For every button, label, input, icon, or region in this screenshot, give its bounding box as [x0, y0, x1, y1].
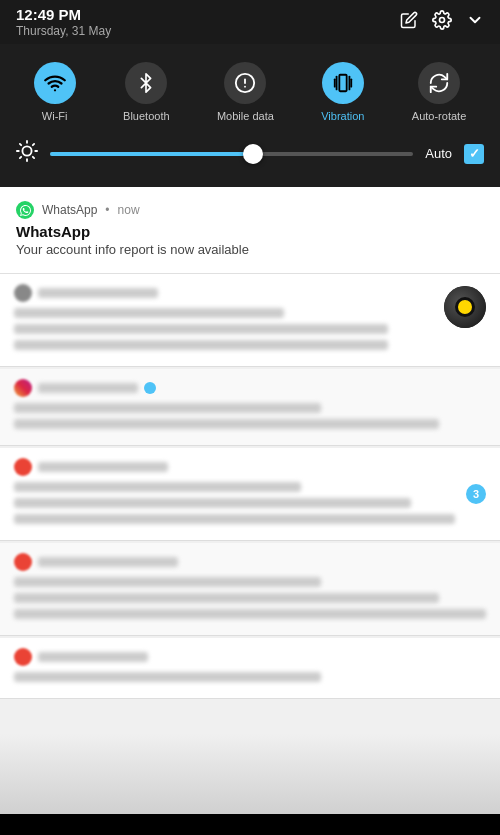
quick-tiles-row: Wi-Fi Bluetooth Mobile data — [0, 54, 500, 130]
notif-body: Your account info report is now availabl… — [16, 242, 484, 257]
tile-vibration-label: Vibration — [321, 110, 364, 122]
blurred-notifications-area: 3 — [0, 274, 500, 814]
vibration-tile-icon — [322, 62, 364, 104]
brightness-icon — [16, 140, 38, 167]
svg-point-0 — [440, 18, 445, 23]
tile-mobile-data-label: Mobile data — [217, 110, 274, 122]
bluetooth-tile-icon — [125, 62, 167, 104]
whatsapp-notification[interactable]: WhatsApp • now WhatsApp Your account inf… — [0, 187, 500, 274]
wifi-tile-icon — [34, 62, 76, 104]
brightness-row: Auto ✓ — [0, 134, 500, 173]
brightness-thumb — [243, 144, 263, 164]
tile-mobile-data[interactable]: Mobile data — [207, 54, 284, 130]
tile-vibration[interactable]: Vibration — [311, 54, 374, 130]
tile-bluetooth-label: Bluetooth — [123, 110, 169, 122]
status-bar: 12:49 PM Thursday, 31 May — [0, 0, 500, 44]
blurred-notif-5[interactable] — [0, 638, 500, 699]
status-date: Thursday, 31 May — [16, 24, 111, 38]
auto-brightness-checkbox[interactable]: ✓ — [464, 144, 484, 164]
auto-label: Auto — [425, 146, 452, 161]
svg-line-17 — [20, 157, 21, 158]
blurred-notif-4[interactable] — [0, 543, 500, 636]
settings-icon[interactable] — [432, 10, 452, 34]
edit-icon — [400, 11, 418, 33]
fade-overlay — [0, 734, 500, 814]
brightness-track — [50, 152, 250, 156]
blurred-notif-2[interactable] — [0, 369, 500, 446]
blurred-notif-3[interactable]: 3 — [0, 448, 500, 541]
whatsapp-app-icon — [16, 201, 34, 219]
tile-auto-rotate-label: Auto-rotate — [412, 110, 466, 122]
svg-line-18 — [33, 144, 34, 145]
notif-time: now — [118, 203, 140, 217]
quick-settings-panel: Wi-Fi Bluetooth Mobile data — [0, 44, 500, 187]
auto-checkbox-check: ✓ — [469, 146, 480, 161]
auto-rotate-tile-icon — [418, 62, 460, 104]
brightness-slider[interactable] — [50, 152, 413, 156]
svg-line-13 — [20, 144, 21, 145]
notif-separator: • — [105, 203, 109, 217]
notif-app-name: WhatsApp — [42, 203, 97, 217]
svg-point-10 — [22, 146, 31, 155]
blurred-notif-1[interactable] — [0, 274, 500, 367]
notif-1-avatar — [444, 286, 486, 328]
svg-rect-5 — [339, 75, 346, 92]
tile-bluetooth[interactable]: Bluetooth — [113, 54, 179, 130]
status-icons — [400, 10, 484, 34]
status-time: 12:49 PM — [16, 6, 111, 23]
tile-wifi[interactable]: Wi-Fi — [24, 54, 86, 130]
tile-auto-rotate[interactable]: Auto-rotate — [402, 54, 476, 130]
svg-line-14 — [33, 157, 34, 158]
tile-wifi-label: Wi-Fi — [42, 110, 68, 122]
chevron-down-icon[interactable] — [466, 11, 484, 33]
notif-title: WhatsApp — [16, 223, 484, 240]
mobile-data-tile-icon — [224, 62, 266, 104]
notif-header: WhatsApp • now — [16, 201, 484, 219]
notif-3-badge: 3 — [466, 484, 486, 504]
